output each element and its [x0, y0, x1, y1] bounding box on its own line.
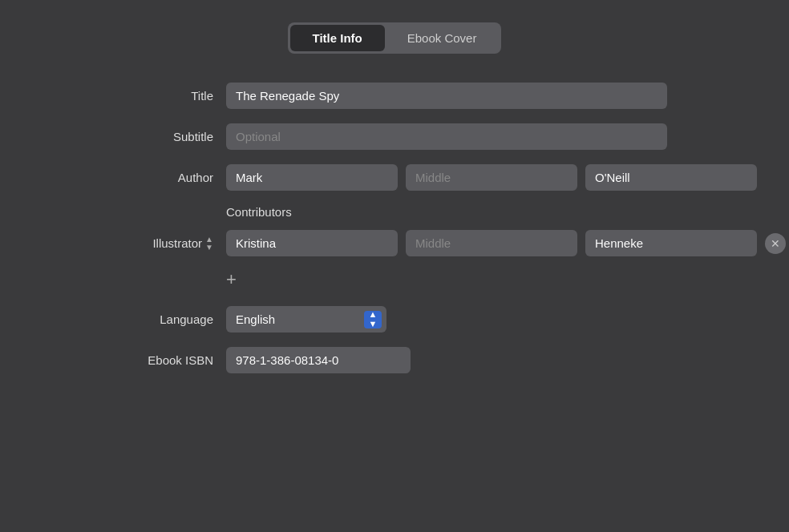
- illustrator-last-input[interactable]: [585, 230, 757, 256]
- author-last-input[interactable]: [585, 164, 757, 191]
- page-container: Title Info Ebook Cover Title Subtitle Au…: [0, 0, 789, 532]
- author-middle-input[interactable]: [406, 164, 577, 191]
- sort-up-icon: ▲: [205, 236, 213, 244]
- tab-title-info[interactable]: Title Info: [290, 25, 385, 51]
- illustrator-label-container: Illustrator ▲ ▼: [122, 236, 226, 252]
- sort-down-icon: ▼: [205, 244, 213, 252]
- tab-ebook-cover[interactable]: Ebook Cover: [385, 25, 500, 51]
- isbn-input[interactable]: [226, 347, 411, 373]
- illustrator-sort-arrows[interactable]: ▲ ▼: [205, 236, 213, 252]
- language-select-wrapper: EnglishFrenchGermanSpanishItalianPortugu…: [226, 306, 386, 332]
- language-label: Language: [122, 312, 226, 326]
- illustrator-row: Illustrator ▲ ▼ ✕: [122, 230, 667, 256]
- title-input[interactable]: [226, 83, 667, 109]
- language-row: Language EnglishFrenchGermanSpanishItali…: [122, 306, 667, 332]
- remove-icon: ✕: [771, 237, 780, 250]
- author-inputs: [226, 164, 757, 191]
- subtitle-label: Subtitle: [122, 130, 226, 143]
- author-first-input[interactable]: [226, 164, 398, 191]
- language-select[interactable]: EnglishFrenchGermanSpanishItalianPortugu…: [226, 306, 386, 332]
- illustrator-middle-input[interactable]: [406, 230, 577, 256]
- title-row: Title: [122, 83, 667, 109]
- contributors-row: Contributors: [122, 205, 667, 219]
- illustrator-first-input[interactable]: [226, 230, 398, 256]
- form-area: Title Subtitle Author Contributors Illus…: [122, 83, 667, 388]
- tab-bar: Title Info Ebook Cover: [288, 22, 502, 54]
- title-label: Title: [122, 89, 226, 103]
- remove-illustrator-button[interactable]: ✕: [765, 233, 786, 254]
- isbn-row: Ebook ISBN: [122, 347, 667, 373]
- add-contributor-row: +: [226, 271, 667, 288]
- contributors-label: Contributors: [226, 205, 292, 219]
- subtitle-row: Subtitle: [122, 123, 667, 150]
- isbn-label: Ebook ISBN: [122, 353, 226, 367]
- illustrator-inputs: [226, 230, 757, 256]
- subtitle-input[interactable]: [226, 123, 667, 150]
- add-contributor-button[interactable]: +: [226, 271, 237, 288]
- author-label: Author: [122, 171, 226, 184]
- author-row: Author: [122, 164, 667, 191]
- illustrator-label: Illustrator: [152, 236, 202, 250]
